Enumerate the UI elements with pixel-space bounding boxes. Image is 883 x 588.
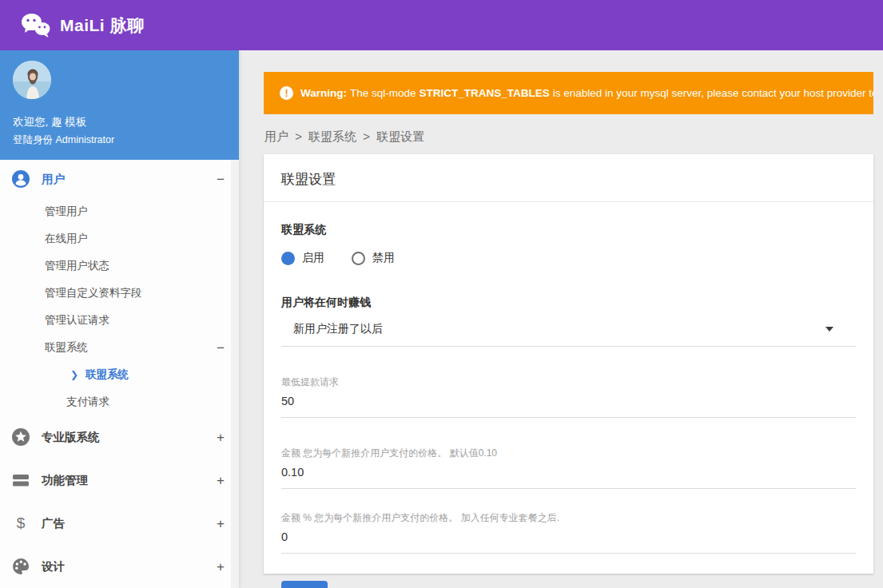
percent-field: 金额 % 您为每个新推介用户支付的价格。 加入任何专业套餐之后. 0 [281,511,856,554]
user-icon [11,169,30,189]
breadcrumb-separator: > [363,129,370,143]
collapse-icon[interactable]: − [217,173,225,186]
sidebar-item-label: 用户 [42,172,217,187]
sidebar-item-manage-user-status[interactable]: 管理用户状态 [0,252,239,280]
sidebar-item-label: 设计 [42,559,217,574]
role-text: 登陆身份 Administrator [13,133,226,147]
sidebar-item-design[interactable]: 设计 + [0,545,239,588]
affiliate-system-radio-group: 启用 禁用 [281,251,856,265]
sidebar-item-manage-users[interactable]: 管理用户 [0,198,239,225]
expand-icon[interactable]: + [217,560,225,574]
earn-when-label: 用户将在何时赚钱 [281,296,856,310]
earn-when-select[interactable]: 新用户注册了以后 [281,322,856,347]
sidebar-item-label: 专业版系统 [42,430,217,445]
dollar-icon: $ [11,514,30,533]
banner-sql-mode: STRICT_TRANS_TABLES [420,87,550,99]
sidebar-menu: 用户 − 管理用户 在线用户 管理用户状态 管理自定义资料字段 管理认证请求 联… [0,160,239,588]
radio-enable[interactable] [281,252,295,265]
percent-label: 金额 % 您为每个新推介用户支付的价格。 加入任何专业套餐之后. [281,511,856,525]
sidebar: 欢迎您, 趣 模板 登陆身份 Administrator 用户 − 管理用户 在… [0,50,239,588]
breadcrumb-affiliate-settings: 联盟设置 [376,129,424,143]
profile-panel: 欢迎您, 趣 模板 登陆身份 Administrator [0,50,239,160]
sidebar-item-label: 功能管理 [42,473,217,488]
earn-when-group: 用户将在何时赚钱 新用户注册了以后 [281,296,856,347]
sidebar-item-feature-management[interactable]: 功能管理 + [0,459,239,502]
sidebar-scrollbar[interactable] [231,160,239,588]
breadcrumb: 用户 > 联盟系统 > 联盟设置 [265,129,428,145]
collapse-icon[interactable]: − [217,341,225,355]
card-title: 联盟设置 [264,154,873,202]
list-bars-icon [11,471,30,490]
radio-disable[interactable] [352,252,365,265]
affiliate-settings-card: 联盟设置 联盟系统 启用 禁用 用户将在何时赚钱 新用户注册了以后 最低提款请求… [264,154,873,574]
min-withdraw-label: 最低提款请求 [281,375,856,389]
amount-field: 金额 您为每个新推介用户支付的价格。 默认值0.10 0.10 [281,447,856,489]
banner-warning-label: Warning: [300,87,347,99]
expand-icon[interactable]: + [217,517,225,530]
sidebar-item-manage-custom-fields[interactable]: 管理自定义资料字段 [0,280,239,307]
radio-enable-label[interactable]: 启用 [302,251,324,265]
min-withdraw-field: 最低提款请求 50 [281,375,856,418]
warning-icon: ! [280,86,293,100]
app-header: MaiLi 脉聊 [0,0,883,50]
amount-label: 金额 您为每个新推介用户支付的价格。 默认值0.10 [281,447,856,460]
wechat-logo-icon [21,13,50,38]
affiliate-system-label: 联盟系统 [281,223,856,237]
sidebar-item-pro-system[interactable]: 专业版系统 + [0,415,239,459]
breadcrumb-affiliates[interactable]: 联盟系统 [308,129,356,143]
sidebar-item-affiliates-group[interactable]: 联盟系统 − [0,334,239,361]
chevron-down-icon [825,327,833,332]
min-withdraw-input[interactable]: 50 [281,395,856,418]
amount-input[interactable]: 0.10 [281,466,856,489]
expand-icon[interactable]: + [217,474,225,487]
warning-banner: ! Warning: The sql-mode STRICT_TRANS_TAB… [264,72,873,114]
sidebar-item-online-users[interactable]: 在线用户 [0,225,239,252]
banner-text: The sql-mode [350,87,416,99]
earn-when-value: 新用户注册了以后 [293,322,383,336]
save-button[interactable]: 保存 [281,581,328,588]
sidebar-item-ads[interactable]: $ 广告 + [0,502,239,545]
chevron-right-icon: ❯ [70,369,78,380]
breadcrumb-separator: > [295,129,302,143]
welcome-text: 欢迎您, 趣 模板 [13,115,226,129]
star-icon [11,427,30,447]
avatar[interactable] [13,61,51,99]
breadcrumb-users[interactable]: 用户 [265,129,288,143]
palette-icon [11,557,30,576]
expand-icon[interactable]: + [217,431,225,444]
sidebar-item-manage-verification-requests[interactable]: 管理认证请求 [0,307,239,334]
sidebar-item-label: 广告 [42,516,217,531]
radio-disable-label[interactable]: 禁用 [372,251,395,265]
sidebar-item-affiliates-active[interactable]: ❯ 联盟系统 [0,361,239,388]
percent-input[interactable]: 0 [281,530,856,554]
card-body: 联盟系统 启用 禁用 用户将在何时赚钱 新用户注册了以后 最低提款请求 50 金… [264,202,873,588]
sidebar-item-users[interactable]: 用户 − [0,160,239,198]
brand-title: MaiLi 脉聊 [60,14,145,37]
sidebar-item-payment-requests[interactable]: 支付请求 [0,388,239,415]
banner-text: is enabled in your mysql server, please … [553,87,873,99]
